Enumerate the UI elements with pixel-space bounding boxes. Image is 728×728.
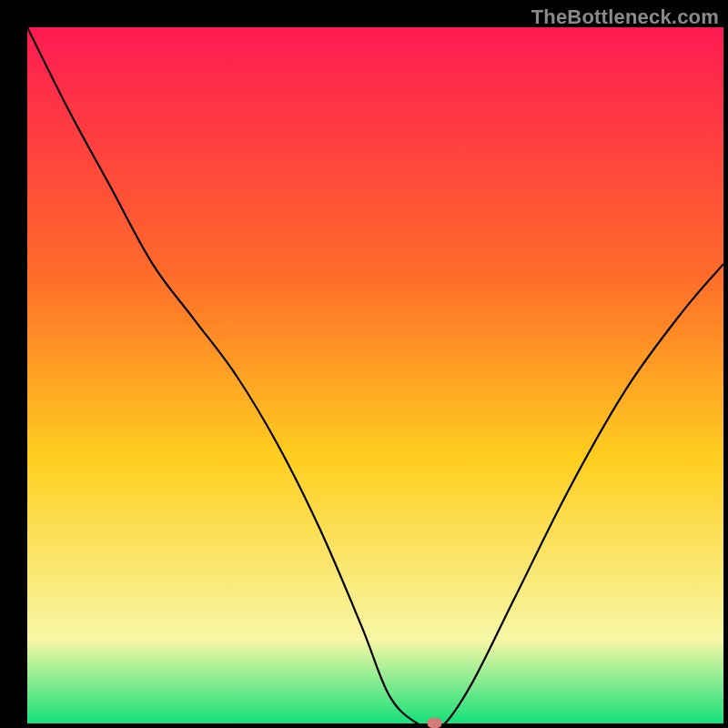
chart-container: TheBottleneck.com (0, 0, 728, 728)
bottleneck-chart (0, 0, 728, 728)
curve-marker (428, 718, 442, 728)
watermark-label: TheBottleneck.com (531, 5, 719, 29)
chart-plot-area (27, 27, 723, 723)
